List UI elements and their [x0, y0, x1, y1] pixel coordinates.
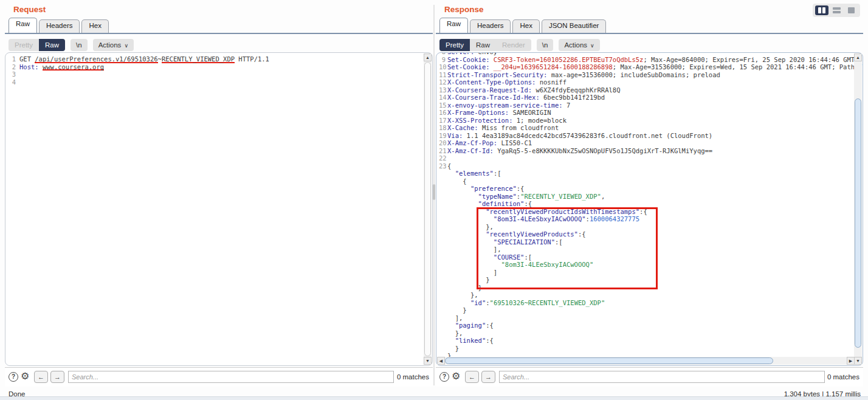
request-vertical-scrollbar[interactable]: ▲ ▼	[424, 53, 432, 365]
code-line: 11Strict-Transport-Security: max-age=315…	[436, 71, 863, 79]
code-text	[447, 185, 470, 193]
code-text: :[	[494, 170, 501, 178]
code-text: }	[447, 345, 459, 353]
code-line: 15x-envoy-upstream-service-time: 7	[436, 102, 863, 109]
line-number: 11	[439, 71, 446, 79]
tab-headers[interactable]: Headers	[39, 19, 80, 33]
code-text: :{	[486, 337, 494, 345]
code-line: 9Set-Cookie: CSRF3-Token=1601052286.EPTB…	[436, 56, 863, 64]
tab-hex[interactable]: Hex	[512, 19, 539, 33]
previous-match-button[interactable]: ←	[34, 371, 48, 383]
actions-button[interactable]: Actions∨	[93, 39, 134, 51]
tab-raw[interactable]: Raw	[439, 18, 468, 33]
response-vertical-scrollbar[interactable]: ▲ ▼	[854, 53, 862, 365]
code-text	[447, 170, 455, 178]
scroll-down-icon[interactable]: ▼	[854, 357, 862, 365]
show-newlines-button[interactable]: \n	[71, 39, 88, 51]
line-number	[439, 230, 446, 238]
single-pane-icon	[848, 7, 855, 13]
panel-divider[interactable]	[433, 5, 435, 385]
line-number	[439, 208, 446, 216]
code-text: :{	[486, 322, 494, 329]
single-layout-button[interactable]	[844, 5, 858, 15]
code-line: {	[436, 178, 863, 185]
code-text: LIS50-C1	[501, 139, 532, 147]
view-mode-toggle: PrettyRaw	[9, 39, 65, 51]
scroll-up-icon[interactable]: ▲	[854, 53, 862, 61]
search-input[interactable]	[499, 371, 825, 383]
view-option-pretty[interactable]: Pretty	[9, 39, 39, 51]
code-line: 20X-Amz-Cf-Pop: LIS50-C1	[436, 139, 863, 147]
view-option-raw[interactable]: Raw	[39, 39, 65, 51]
code-text: "definition"	[478, 200, 525, 208]
line-number	[439, 269, 446, 277]
line-number	[439, 276, 446, 284]
tab-headers[interactable]: Headers	[470, 19, 511, 33]
code-line: 1GET /api/userPreferences.v1/69510326~RE…	[8, 55, 433, 63]
code-line: 17X-XSS-Protection: 1; mode=block	[436, 117, 863, 125]
view-option-raw[interactable]: Raw	[470, 39, 496, 51]
columns-layout-button[interactable]	[815, 5, 828, 15]
scroll-left-icon[interactable]: ◀	[437, 357, 445, 365]
code-text: "linked"	[455, 337, 486, 345]
code-text: },	[447, 291, 478, 299]
request-code: 1GET /api/userPreferences.v1/69510326~RE…	[5, 53, 433, 86]
divider-grip-icon[interactable]	[433, 184, 435, 200]
tab-hex[interactable]: Hex	[81, 19, 108, 33]
line-number	[439, 329, 446, 337]
code-line: 13X-Coursera-Request-Id: w6XZ4fdyEeqqphK…	[436, 86, 863, 94]
code-text: X-Amz-Cf-Id:	[447, 147, 497, 155]
code-text: X-Coursera-Request-Id:	[447, 86, 536, 94]
line-number: 12	[439, 78, 446, 86]
code-line: 10Set-Cookie: __204u=1639651284-16001882…	[436, 63, 863, 71]
code-text: "paging"	[455, 322, 486, 329]
view-option-pretty[interactable]: Pretty	[439, 39, 470, 51]
show-newlines-button[interactable]: \n	[537, 39, 554, 51]
line-number: 17	[439, 117, 446, 125]
previous-match-button[interactable]: ←	[465, 371, 479, 383]
scrollbar-thumb[interactable]	[855, 98, 861, 348]
line-number	[439, 200, 446, 208]
help-icon[interactable]: ?	[439, 372, 449, 382]
code-text: ; Max-Age=31536000; Expires=Wed, 15 Sep …	[613, 63, 863, 71]
help-icon[interactable]: ?	[9, 372, 18, 382]
scrollbar-thumb[interactable]	[424, 62, 431, 356]
tab-json-beautifier[interactable]: JSON Beautifier	[542, 19, 606, 33]
response-editor[interactable]: 8Server: envoy9Set-Cookie: CSRF3-Token=1…	[436, 52, 863, 366]
line-number	[439, 291, 446, 299]
gear-icon[interactable]: ⚙	[21, 370, 29, 382]
code-text: X-Coursera-Trace-Id-Hex:	[447, 94, 543, 102]
line-number	[439, 223, 446, 231]
search-input[interactable]	[68, 371, 394, 383]
next-match-button[interactable]: →	[50, 371, 64, 383]
code-text: 1.1 4ea3189ac84dcedc42bcd574396283f6.clo…	[467, 132, 713, 140]
tab-raw[interactable]: Raw	[9, 18, 37, 33]
code-text: X-Amz-Cf-Pop:	[447, 139, 501, 147]
code-text: nosniff	[540, 78, 567, 86]
next-match-button[interactable]: →	[481, 371, 495, 383]
rows-icon	[833, 7, 841, 15]
line-number	[439, 306, 446, 314]
code-line: "preference":{	[436, 185, 863, 193]
scroll-down-icon[interactable]: ▼	[424, 357, 432, 365]
line-number	[439, 185, 446, 193]
scroll-up-icon[interactable]: ▲	[424, 53, 432, 61]
code-line: 4	[8, 78, 433, 86]
scroll-right-icon[interactable]: ▶	[847, 357, 855, 365]
view-option-render[interactable]: Render	[496, 39, 531, 51]
request-editor[interactable]: 1GET /api/userPreferences.v1/69510326~RE…	[5, 52, 433, 366]
line-number: 3	[8, 71, 16, 78]
code-text: GET	[19, 55, 35, 63]
code-line: "paging":{	[436, 322, 863, 329]
actions-button[interactable]: Actions∨	[559, 39, 599, 51]
response-horizontal-scrollbar[interactable]: ◀ ▶	[437, 357, 855, 365]
response-view-toolbar: PrettyRawRender\nActions∨	[439, 38, 600, 52]
gear-icon[interactable]: ⚙	[452, 370, 460, 382]
chevron-down-icon: ∨	[124, 43, 128, 49]
code-text: __204u=1639651284-1600188286898	[494, 63, 613, 71]
code-line: }	[436, 345, 863, 353]
scrollbar-thumb[interactable]	[445, 357, 773, 364]
line-number: 1	[8, 55, 16, 63]
rows-layout-button[interactable]	[830, 5, 843, 15]
response-panel: Response RawHeadersHexJSON Beautifier Pr…	[436, 5, 863, 398]
